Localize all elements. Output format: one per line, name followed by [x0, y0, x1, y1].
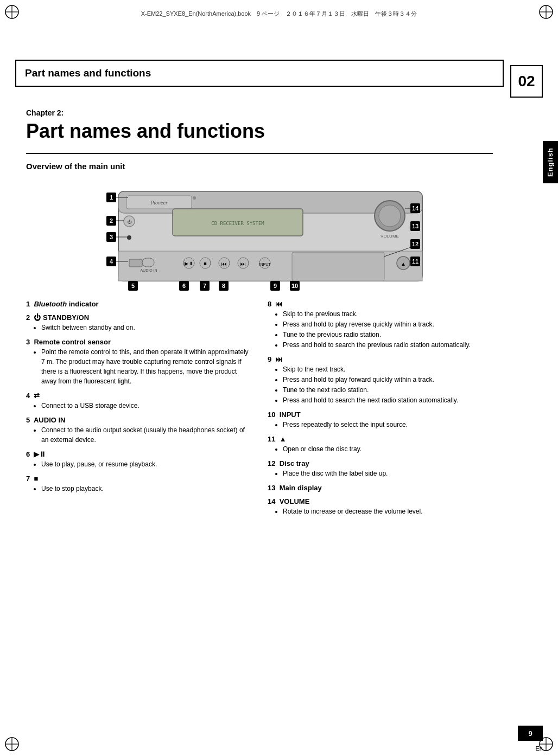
desc-item-13: 13 Main display	[268, 484, 493, 492]
main-content: Chapter 2: Part names and functions Over…	[15, 98, 504, 723]
desc-item-11: 11 ▲ Open or close the disc tray.	[268, 435, 493, 454]
svg-text:9: 9	[274, 283, 277, 289]
svg-text:8: 8	[222, 283, 225, 289]
svg-text:5: 5	[131, 283, 135, 289]
desc-item-14: 14 VOLUME Rotate to increase or decrease…	[268, 497, 493, 516]
left-column: 1 Bluetooth indicator 2 ⏻ STANDBY/ON Swi…	[26, 300, 251, 522]
svg-text:▶⏸: ▶⏸	[185, 261, 193, 266]
svg-text:⏮: ⏮	[221, 261, 227, 267]
desc-item-4: 4 ⇄ Connect to a USB storage device.	[26, 392, 251, 411]
svg-point-23	[379, 205, 401, 227]
svg-text:4: 4	[110, 258, 113, 265]
svg-point-19	[127, 235, 131, 240]
desc-item-7: 7 ■ Use to stop playback.	[26, 475, 251, 494]
corner-mark-bl	[4, 736, 20, 752]
desc-item-10: 10 INPUT Press repeatedly to select the …	[268, 411, 493, 430]
side-language-tab: English	[543, 141, 558, 183]
svg-rect-28	[142, 258, 154, 267]
desc-item-5: 5 AUDIO IN Connect to the audio output s…	[26, 416, 251, 445]
desc-item-12: 12 Disc tray Place the disc with the lab…	[268, 459, 493, 478]
desc-item-3: 3 Remote control sensor Point the remote…	[26, 338, 251, 386]
page-en-label: En	[536, 745, 543, 752]
chapter-label: Chapter 2:	[26, 108, 493, 117]
chapter-number-box: 02	[510, 65, 543, 98]
right-column: 8 ⏮ Skip to the previous track. Press an…	[268, 300, 493, 522]
svg-rect-41	[292, 252, 384, 281]
svg-text:1: 1	[110, 194, 113, 201]
desc-item-1: 1 Bluetooth indicator	[26, 300, 251, 308]
section-divider	[26, 153, 493, 154]
svg-text:VOLUME: VOLUME	[381, 234, 399, 239]
svg-text:2: 2	[110, 217, 113, 224]
svg-rect-26	[129, 259, 142, 267]
svg-text:CD RECEIVER SYSTEM: CD RECEIVER SYSTEM	[211, 221, 264, 226]
corner-mark-tr	[538, 4, 554, 20]
header-title: Part names and functions	[25, 67, 151, 79]
file-info-bar: X-EM22_SYXE8_En(NorthAmerica).book 9 ページ…	[141, 10, 417, 18]
svg-text:12: 12	[412, 241, 418, 247]
description-columns: 1 Bluetooth indicator 2 ⏻ STANDBY/ON Swi…	[26, 300, 493, 522]
chapter-title: Part names and functions	[26, 120, 493, 142]
desc-item-9: 9 ⏭ Skip to the next track. Press and ho…	[268, 355, 493, 405]
header-bar: Part names and functions	[15, 60, 504, 87]
svg-text:6: 6	[182, 283, 186, 289]
desc-item-6: 6 ▶⏸ Use to play, pause, or resume playb…	[26, 450, 251, 469]
svg-text:10: 10	[291, 283, 298, 289]
svg-text:⏻: ⏻	[127, 220, 132, 225]
svg-text:3: 3	[110, 234, 113, 240]
desc-item-2: 2 ⏻ STANDBY/ON Switch between standby an…	[26, 313, 251, 332]
section-heading: Overview of the main unit	[26, 162, 493, 171]
svg-text:INPUT: INPUT	[259, 262, 271, 266]
svg-text:⏭: ⏭	[240, 261, 246, 267]
svg-text:Pioneer: Pioneer	[150, 200, 168, 206]
desc-item-8: 8 ⏮ Skip to the previous track. Press an…	[268, 300, 493, 350]
svg-point-16	[193, 196, 196, 200]
page-number-box: 9	[518, 726, 543, 741]
svg-text:AUDIO IN: AUDIO IN	[140, 268, 157, 272]
svg-text:▲: ▲	[401, 261, 406, 267]
svg-text:■: ■	[204, 261, 206, 266]
corner-mark-tl	[4, 4, 20, 20]
device-diagram: Pioneer ⏻ CD RECEIVER SYSTEM VOLUME AUDI…	[86, 181, 433, 294]
svg-text:7: 7	[203, 283, 206, 289]
